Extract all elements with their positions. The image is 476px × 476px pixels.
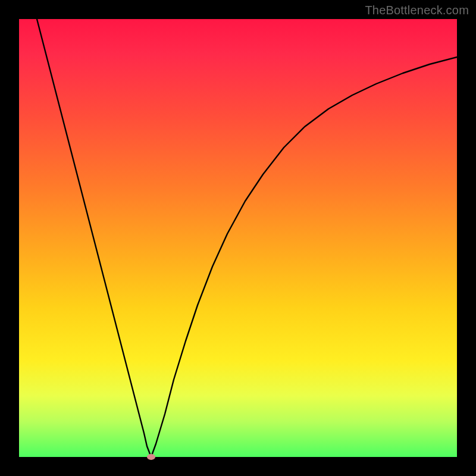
attribution-text: TheBottleneck.com bbox=[365, 4, 469, 17]
plot-area bbox=[19, 19, 457, 457]
curve-path bbox=[37, 19, 457, 457]
chart-frame: TheBottleneck.com bbox=[0, 0, 476, 476]
bottleneck-curve bbox=[19, 19, 457, 457]
minimum-marker bbox=[147, 454, 155, 460]
